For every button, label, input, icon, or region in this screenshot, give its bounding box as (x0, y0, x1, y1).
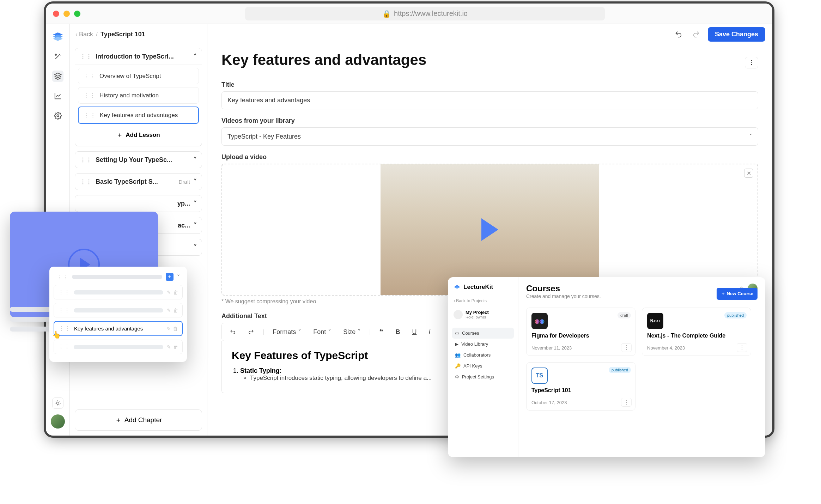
dashboard-logo[interactable]: LectureKit (452, 282, 514, 294)
url-bar[interactable]: 🔒 https://www.lecturekit.io (245, 7, 605, 20)
remove-video-icon[interactable]: ✕ (744, 169, 753, 178)
layers-icon[interactable] (52, 71, 63, 82)
edit-icon[interactable]: ✎ (167, 308, 171, 313)
more-menu-icon[interactable]: ⋮ (745, 57, 758, 68)
editor-undo-icon[interactable] (226, 327, 239, 336)
lesson-skeleton-row[interactable]: ⋮⋮ ✎🗑 (54, 303, 183, 317)
browser-chrome: 🔒 https://www.lecturekit.io (46, 4, 772, 24)
card-menu-icon[interactable]: ⋮ (737, 343, 747, 352)
drag-handle-icon[interactable]: ⋮⋮ (56, 274, 68, 280)
save-button[interactable]: Save Changes (708, 27, 765, 42)
chevron-down-icon[interactable]: ˅ (194, 178, 197, 186)
delete-icon[interactable]: 🗑 (173, 308, 178, 313)
chevron-up-icon[interactable]: ˄ (194, 53, 197, 60)
drag-handle-icon[interactable]: ⋮⋮ (84, 111, 96, 119)
nav-video-library[interactable]: ▶Video Library (452, 339, 514, 350)
redo-icon[interactable] (690, 28, 702, 40)
plus-icon[interactable]: + (166, 273, 174, 281)
edit-icon[interactable]: ✎ (167, 290, 171, 295)
edit-icon[interactable]: ✎ (166, 326, 171, 332)
book-icon: ▭ (455, 330, 459, 336)
videos-label: Videos from your library (221, 117, 758, 125)
drag-handle-icon[interactable]: ⋮⋮ (80, 53, 92, 60)
size-select[interactable]: Size ˅ (340, 327, 364, 337)
underline-icon[interactable]: U (408, 327, 420, 337)
magic-wand-icon[interactable] (52, 51, 63, 62)
analytics-icon[interactable] (52, 90, 63, 102)
drag-handle-icon[interactable]: ⋮⋮ (58, 344, 70, 350)
title-label: Title (221, 81, 758, 89)
title-input[interactable] (221, 91, 758, 109)
chapter-header[interactable]: ⋮⋮ Basic TypeScript S... Draft ˅ (75, 174, 202, 190)
lesson-item[interactable]: ⋮⋮ Overview of TypeScript (78, 68, 199, 84)
lesson-title: Key features and advantages (100, 112, 178, 119)
project-name: My Project (466, 310, 489, 315)
undo-icon[interactable] (673, 28, 685, 40)
course-date: November 4, 2023 (647, 345, 746, 351)
card-menu-icon[interactable]: ⋮ (621, 343, 632, 352)
drag-handle-icon[interactable]: ⋮⋮ (83, 92, 96, 99)
quote-icon[interactable]: ❝ (376, 326, 387, 338)
chevron-down-icon[interactable]: ˅ (177, 274, 180, 280)
chevron-down-icon: ˅ (358, 328, 361, 336)
chapter-header[interactable]: ⋮⋮ Setting Up Your TypeSc... ˅ (75, 152, 202, 168)
minimize-window-icon[interactable] (63, 11, 70, 17)
editor-redo-icon[interactable] (244, 327, 258, 336)
maximize-window-icon[interactable] (74, 11, 80, 17)
delete-icon[interactable]: 🗑 (173, 326, 178, 332)
play-icon[interactable] (481, 218, 498, 241)
lesson-row-selected[interactable]: ⋮⋮ Key features and advantages ✎🗑 👆 (54, 321, 183, 336)
new-course-button[interactable]: ＋ New Course (717, 288, 758, 300)
delete-icon[interactable]: 🗑 (173, 344, 178, 350)
video-select[interactable]: TypeScript - Key Features ˅ (221, 127, 758, 146)
breadcrumb: ‹ Back / TypeScript 101 (70, 24, 207, 44)
close-window-icon[interactable] (53, 11, 59, 17)
nav-project-settings[interactable]: ⚙Project Settings (452, 371, 514, 382)
chapter-item: ⋮⋮ Introduction to TypeScri... ˄ ⋮⋮ Over… (75, 48, 202, 146)
chapter-header[interactable]: yp... ˅ (75, 195, 202, 212)
chapter-item: yp... ˅ (75, 195, 202, 212)
video-selected-value: TypeScript - Key Features (227, 133, 301, 140)
drag-handle-icon[interactable]: ⋮⋮ (80, 157, 92, 163)
lesson-skeleton-row[interactable]: ⋮⋮ ✎🗑 (54, 285, 183, 299)
chevron-down-icon[interactable]: ˅ (194, 243, 197, 251)
bold-icon[interactable]: B (392, 327, 403, 337)
course-card[interactable]: N.EXT published Next.js - The Complete G… (642, 308, 751, 356)
back-link[interactable]: Back (79, 31, 93, 38)
project-selector[interactable]: My Project Role: owner (452, 308, 514, 324)
italic-icon[interactable]: I (425, 327, 434, 337)
back-chevron-icon[interactable]: ‹ (75, 31, 78, 38)
theme-icon[interactable] (52, 397, 63, 409)
nav-collaborators[interactable]: 👥Collaborators (452, 350, 514, 360)
course-card[interactable]: ◉◉ draft Figma for Developers November 1… (526, 308, 635, 356)
upload-dropzone[interactable]: ✕ (221, 164, 758, 296)
add-chapter-button[interactable]: ＋ Add Chapter (75, 409, 202, 431)
add-lesson-button[interactable]: ＋ Add Lesson (78, 127, 199, 143)
chevron-down-icon[interactable]: ˅ (194, 156, 197, 164)
chevron-down-icon[interactable]: ˅ (194, 221, 197, 229)
lesson-skeleton-row[interactable]: ⋮⋮ ✎🗑 (54, 340, 183, 354)
lesson-item-active[interactable]: ⋮⋮ Key features and advantages (78, 107, 199, 124)
logo-icon[interactable] (51, 30, 64, 42)
delete-icon[interactable]: 🗑 (173, 290, 178, 295)
font-select[interactable]: Font ˅ (310, 327, 335, 337)
settings-icon[interactable] (52, 110, 63, 121)
nav-api-keys[interactable]: 🔑API Keys (452, 360, 514, 371)
user-avatar[interactable] (51, 414, 65, 429)
nav-courses[interactable]: ▭Courses (452, 328, 514, 339)
drag-handle-icon[interactable]: ⋮⋮ (58, 307, 70, 314)
edit-icon[interactable]: ✎ (167, 344, 171, 350)
card-menu-icon[interactable]: ⋮ (621, 398, 632, 407)
back-to-projects-link[interactable]: ‹ Back to Projects (452, 298, 514, 304)
formats-select[interactable]: Formats ˅ (269, 327, 305, 337)
drag-handle-icon[interactable]: ⋮⋮ (80, 178, 92, 185)
cursor-icon: 👆 (52, 330, 61, 339)
course-card[interactable]: TS published TypeScript 101 October 17, … (526, 362, 635, 411)
lesson-title: Overview of TypeScript (99, 73, 161, 80)
chapter-header[interactable]: ⋮⋮ Introduction to TypeScri... ˄ (75, 48, 202, 65)
lesson-item[interactable]: ⋮⋮ History and motivation (78, 87, 199, 104)
chevron-down-icon[interactable]: ˅ (194, 200, 197, 207)
drag-handle-icon[interactable]: ⋮⋮ (58, 289, 70, 296)
video-thumbnail[interactable] (381, 164, 599, 295)
drag-handle-icon[interactable]: ⋮⋮ (83, 72, 96, 80)
